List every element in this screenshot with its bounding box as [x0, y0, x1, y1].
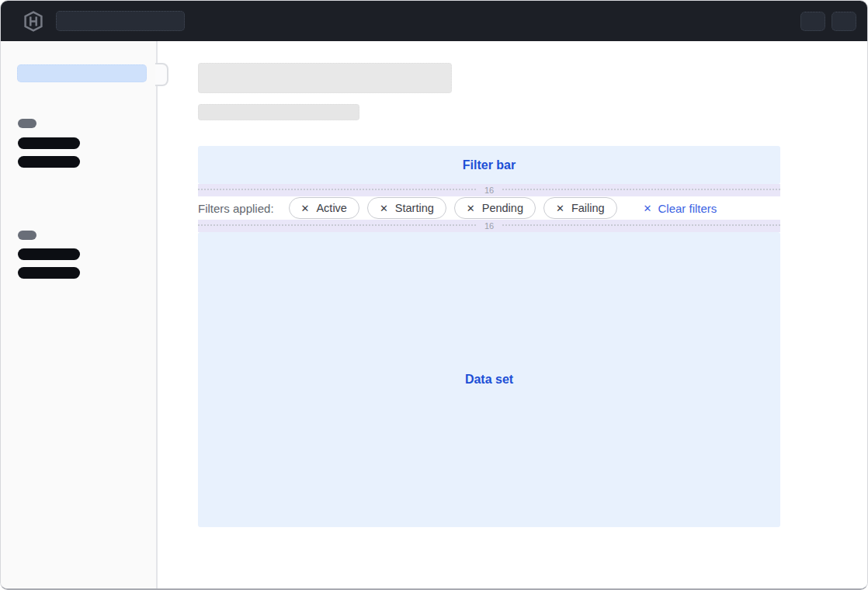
page-subtitle-placeholder [198, 104, 359, 120]
filters-applied-label: Filters applied: [198, 202, 274, 215]
filter-pattern-demo: Filter bar 16 Filters applied: ✕Active✕S… [198, 146, 780, 527]
data-set-region-label: Data set [465, 373, 513, 387]
clear-filters-button[interactable]: ✕ Clear filters [644, 202, 717, 215]
filter-pill-label: Starting [395, 202, 434, 214]
filter-pill-label: Active [316, 202, 347, 214]
filter-bar-region-label: Filter bar [463, 158, 516, 172]
sidebar-collapse-handle[interactable] [155, 63, 168, 86]
filter-pill-active[interactable]: ✕Active [289, 197, 359, 219]
dismiss-icon: ✕ [556, 203, 564, 213]
main-content: Filter bar 16 Filters applied: ✕Active✕S… [158, 41, 867, 588]
page-title-placeholder [198, 63, 452, 93]
clear-filters-label: Clear filters [658, 202, 717, 215]
sidebar-item-placeholder[interactable] [18, 267, 80, 279]
dismiss-icon: ✕ [380, 203, 388, 213]
filter-pill-starting[interactable]: ✕Starting [367, 197, 446, 219]
filter-pill-label: Pending [482, 202, 523, 214]
app-window: Filter bar 16 Filters applied: ✕Active✕S… [0, 0, 868, 590]
filter-bar-region: Filter bar [198, 146, 780, 184]
sidebar-item-placeholder[interactable] [18, 248, 80, 260]
sidebar-active-item-placeholder[interactable] [17, 64, 147, 82]
sidebar [1, 41, 158, 588]
top-nav-actions [800, 12, 856, 31]
data-set-region: Data set [198, 232, 780, 527]
top-nav-button-help[interactable] [800, 12, 825, 31]
spacing-annotation-top: 16 [198, 184, 780, 196]
filter-pill-label: Failing [571, 202, 605, 214]
top-nav-button-user[interactable] [832, 12, 856, 31]
spacing-value-label: 16 [477, 221, 502, 231]
sidebar-item-placeholder[interactable] [18, 137, 80, 149]
sidebar-section-label-placeholder [18, 231, 36, 240]
dismiss-icon: ✕ [301, 203, 310, 213]
app-body: Filter bar 16 Filters applied: ✕Active✕S… [1, 41, 867, 588]
sidebar-item-placeholder[interactable] [18, 156, 80, 168]
spacing-value-label: 16 [477, 186, 502, 195]
filter-pills: ✕Active✕Starting✕Pending✕Failing [289, 197, 625, 219]
dismiss-icon: ✕ [467, 203, 475, 213]
nav-search-placeholder[interactable] [56, 11, 185, 31]
filter-pill-pending[interactable]: ✕Pending [454, 197, 536, 219]
sidebar-section-label-placeholder [18, 119, 36, 128]
hashicorp-logo-icon[interactable] [24, 11, 43, 32]
spacing-annotation-bottom: 16 [198, 220, 780, 232]
clear-filters-x-icon: ✕ [644, 203, 652, 213]
top-nav-bar [1, 1, 867, 41]
filters-applied-row: Filters applied: ✕Active✕Starting✕Pendin… [198, 196, 780, 220]
filter-pill-failing[interactable]: ✕Failing [543, 197, 617, 219]
